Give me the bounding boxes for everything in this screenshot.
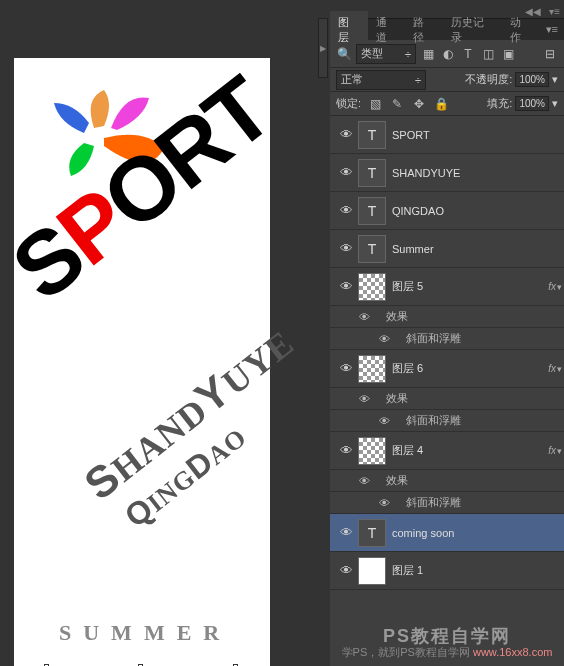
layer-thumbnail[interactable] — [358, 355, 386, 383]
lock-row: 锁定: ▧ ✎ ✥ 🔒 填充: 100% ▾ — [330, 92, 564, 116]
layer-thumbnail[interactable] — [358, 437, 386, 465]
layer-effect[interactable]: 👁效果 — [330, 470, 564, 492]
visibility-icon[interactable]: 👁 — [334, 525, 358, 540]
visibility-icon[interactable]: 👁 — [374, 497, 394, 509]
watermark: PS教程自学网 学PS，就到PS教程自学网 www.16xx8.com — [330, 628, 564, 660]
panel-collapse[interactable]: ▶ — [318, 18, 328, 78]
layer-name[interactable]: 图层 5 — [392, 279, 548, 294]
layer-row[interactable]: 👁 图层 5 fx▾ — [330, 268, 564, 306]
layer-thumbnail[interactable]: T — [358, 519, 386, 547]
layer-row[interactable]: 👁 T SHANDYUYE — [330, 154, 564, 192]
layer-name[interactable]: SHANDYUYE — [392, 167, 560, 179]
layers-panel: 图层 通道 路径 历史记录 动作 ▾≡ 🔍 类型÷ ▦ ◐ T ◫ ▣ ⊟ 正常… — [330, 18, 564, 666]
layer-thumbnail[interactable]: T — [358, 159, 386, 187]
visibility-icon[interactable]: 👁 — [354, 475, 374, 487]
canvas[interactable]: SPORT SHANDYUYE QINGDAO SUMMER COMING SO… — [14, 58, 270, 666]
layer-list: 👁 T SPORT 👁 T SHANDYUYE 👁 T QINGDAO 👁 T … — [330, 116, 564, 590]
layer-name[interactable]: 图层 4 — [392, 443, 548, 458]
filter-pixel-icon[interactable]: ▦ — [420, 46, 436, 62]
text-summer: SUMMER — [59, 620, 231, 646]
chevron-down-icon[interactable]: ▾ — [557, 446, 562, 456]
visibility-icon[interactable]: 👁 — [334, 241, 358, 256]
blend-row: 正常÷ 不透明度: 100% ▾ — [330, 68, 564, 92]
filter-toggle[interactable]: ⊟ — [542, 46, 558, 62]
layer-row[interactable]: 👁 T SPORT — [330, 116, 564, 154]
panel-menu-icon[interactable]: ▾≡ — [540, 19, 564, 40]
layer-row[interactable]: 👁 T coming soon — [330, 514, 564, 552]
fill-value[interactable]: 100% — [515, 96, 549, 111]
layer-row[interactable]: 👁 T QINGDAO — [330, 192, 564, 230]
layer-name[interactable]: 图层 6 — [392, 361, 548, 376]
layer-thumbnail[interactable]: T — [358, 121, 386, 149]
tab-actions[interactable]: 动作 — [502, 11, 540, 49]
layer-effect[interactable]: 👁斜面和浮雕 — [330, 492, 564, 514]
blend-mode-select[interactable]: 正常÷ — [336, 70, 426, 90]
chevron-down-icon[interactable]: ▾ — [552, 97, 558, 110]
kind-select[interactable]: 类型÷ — [356, 44, 416, 64]
opacity-value[interactable]: 100% — [515, 72, 549, 87]
visibility-icon[interactable]: 👁 — [354, 311, 374, 323]
fill-label: 填充: — [487, 96, 512, 111]
chevron-down-icon[interactable]: ▾ — [552, 73, 558, 86]
opacity-label: 不透明度: — [465, 72, 512, 87]
layer-name[interactable]: Summer — [392, 243, 560, 255]
filter-type-icon[interactable]: T — [460, 46, 476, 62]
menu-icon[interactable]: ▾≡ — [549, 6, 560, 17]
visibility-icon[interactable]: 👁 — [334, 443, 358, 458]
filter-adjust-icon[interactable]: ◐ — [440, 46, 456, 62]
layer-thumbnail[interactable]: T — [358, 197, 386, 225]
layer-name[interactable]: SPORT — [392, 129, 560, 141]
layer-effect[interactable]: 👁斜面和浮雕 — [330, 410, 564, 432]
filter-shape-icon[interactable]: ◫ — [480, 46, 496, 62]
visibility-icon[interactable]: 👁 — [334, 127, 358, 142]
layer-name[interactable]: coming soon — [392, 527, 560, 539]
layer-row[interactable]: 👁 T Summer — [330, 230, 564, 268]
lock-all-icon[interactable]: 🔒 — [433, 96, 449, 112]
visibility-icon[interactable]: 👁 — [374, 333, 394, 345]
layer-effect[interactable]: 👁效果 — [330, 388, 564, 410]
layer-effect[interactable]: 👁效果 — [330, 306, 564, 328]
visibility-icon[interactable]: 👁 — [334, 279, 358, 294]
chevron-down-icon[interactable]: ▾ — [557, 364, 562, 374]
layer-effect[interactable]: 👁斜面和浮雕 — [330, 328, 564, 350]
chevron-down-icon[interactable]: ▾ — [557, 282, 562, 292]
search-icon: 🔍 — [336, 46, 352, 62]
layer-thumbnail[interactable]: T — [358, 235, 386, 263]
lock-transparent-icon[interactable]: ▧ — [367, 96, 383, 112]
lock-position-icon[interactable]: ✥ — [411, 96, 427, 112]
layer-row[interactable]: 👁 图层 1 — [330, 552, 564, 590]
layer-row[interactable]: 👁 图层 4 fx▾ — [330, 432, 564, 470]
visibility-icon[interactable]: 👁 — [334, 361, 358, 376]
lock-label: 锁定: — [336, 96, 361, 111]
filter-smart-icon[interactable]: ▣ — [500, 46, 516, 62]
lock-image-icon[interactable]: ✎ — [389, 96, 405, 112]
visibility-icon[interactable]: 👁 — [354, 393, 374, 405]
visibility-icon[interactable]: 👁 — [334, 165, 358, 180]
layer-name[interactable]: 图层 1 — [392, 563, 560, 578]
visibility-icon[interactable]: 👁 — [334, 563, 358, 578]
visibility-icon[interactable]: 👁 — [334, 203, 358, 218]
layer-thumbnail[interactable] — [358, 273, 386, 301]
layer-name[interactable]: QINGDAO — [392, 205, 560, 217]
panel-tabs: 图层 通道 路径 历史记录 动作 ▾≡ — [330, 18, 564, 40]
tab-history[interactable]: 历史记录 — [443, 11, 502, 49]
layer-thumbnail[interactable] — [358, 557, 386, 585]
layer-row[interactable]: 👁 图层 6 fx▾ — [330, 350, 564, 388]
visibility-icon[interactable]: 👁 — [374, 415, 394, 427]
